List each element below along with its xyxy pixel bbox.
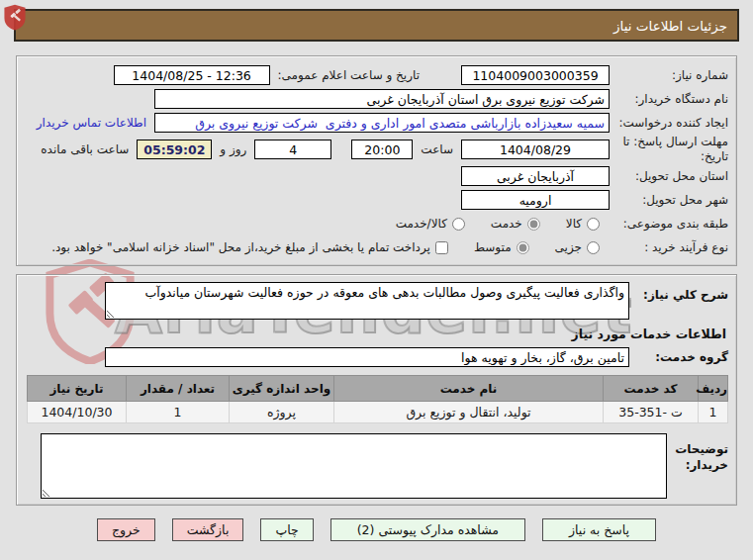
- col-unit: واحد اندازه گیری: [230, 376, 334, 402]
- deadline-time-label: ساعت: [421, 142, 453, 156]
- province-input[interactable]: [461, 166, 610, 186]
- publish-datetime-label: تاریخ و ساعت اعلام عمومی:: [278, 68, 420, 82]
- service-radio-label: خدمت: [491, 217, 522, 231]
- back-button[interactable]: بازگشت: [172, 518, 244, 541]
- category-row: طبقه بندی موضوعی: کالا خدمت کالا/خدمت: [25, 212, 728, 235]
- province-label: استان محل تحویل:: [610, 169, 728, 184]
- goods-service-radio-label: کالا/خدمت: [396, 217, 447, 231]
- respond-to-need-button[interactable]: پاسخ به نیاز: [542, 518, 656, 541]
- exit-button[interactable]: خروج: [97, 518, 155, 541]
- service-radio[interactable]: [527, 218, 540, 231]
- medium-radio-label: متوسط: [474, 240, 512, 254]
- cell-need-date: 1404/10/30: [28, 402, 127, 423]
- col-service-code: کد خدمت: [604, 376, 699, 402]
- services-section-title: اطلاعات خدمات مورد نیاز: [25, 327, 726, 341]
- need-number-row: شماره نیاز: تاریخ و ساعت اعلام عمومی:: [25, 63, 728, 87]
- remaining-days-label: روز و: [220, 142, 246, 156]
- need-description-textarea[interactable]: واگذاری فعالیت پیگیری وصول مطالبات بدهی …: [105, 282, 629, 320]
- buyer-notes-textarea[interactable]: [41, 433, 667, 499]
- services-info-panel: شرح کلي نیاز: واگذاری فعالیت پیگیری وصول…: [16, 274, 737, 506]
- need-description-row: شرح کلي نیاز: واگذاری فعالیت پیگیری وصول…: [25, 282, 728, 320]
- minor-radio[interactable]: [587, 241, 600, 254]
- treasury-checkbox[interactable]: [435, 241, 448, 254]
- purchase-type-option-medium[interactable]: متوسط: [474, 240, 529, 254]
- minor-radio-label: جزیی: [555, 240, 582, 254]
- request-creator-input[interactable]: [154, 113, 610, 133]
- purchase-type-label: نوع فرآیند خرید :: [610, 240, 728, 255]
- cell-service-name: تولید، انتقال و توزیع برق: [334, 402, 604, 423]
- countdown-label: ساعت باقی مانده: [41, 142, 129, 156]
- col-quantity: تعداد / مقدار: [127, 376, 230, 402]
- site-logo-icon: [4, 4, 26, 31]
- cell-unit: پروژه: [230, 402, 334, 423]
- buyer-contact-link[interactable]: اطلاعات تماس خریدار: [37, 116, 146, 130]
- page-title-bar: جزئیات اطلاعات نیاز: [14, 9, 739, 42]
- buyer-org-input[interactable]: [154, 89, 610, 109]
- category-option-service[interactable]: خدمت: [491, 217, 540, 231]
- print-button[interactable]: چاپ: [260, 518, 313, 541]
- remaining-days-input[interactable]: [254, 140, 331, 159]
- goods-service-radio[interactable]: [452, 218, 465, 231]
- publish-datetime-input[interactable]: [114, 65, 270, 85]
- city-input[interactable]: [461, 190, 610, 210]
- need-description-label: شرح کلي نیاز:: [629, 282, 728, 302]
- request-creator-label: ایجاد کننده درخواست:: [610, 116, 728, 131]
- buyer-notes-label: توضیحات خریدار:: [667, 433, 728, 473]
- cell-service-code: ت -351-35: [604, 402, 699, 423]
- service-table-row: 1 ت -351-35 تولید، انتقال و توزیع برق پر…: [28, 402, 728, 423]
- city-label: شهر محل تحویل:: [610, 193, 728, 208]
- cell-row-number: 1: [699, 402, 728, 423]
- request-creator-row: ایجاد کننده درخواست: اطلاعات تماس خریدار: [25, 111, 728, 135]
- purchase-type-option-minor[interactable]: جزیی: [555, 240, 600, 254]
- service-group-input[interactable]: [105, 347, 629, 367]
- countdown-timer: [137, 140, 212, 159]
- buyer-org-label: نام دستگاه خریدار:: [610, 92, 728, 107]
- city-row: شهر محل تحویل:: [25, 188, 728, 212]
- category-option-goods[interactable]: کالا: [566, 217, 600, 231]
- deadline-label: مهلت ارسال پاسخ: تا تاریخ:: [610, 135, 728, 164]
- deadline-row: مهلت ارسال پاسخ: تا تاریخ: ساعت روز و سا…: [25, 135, 728, 164]
- action-button-bar: پاسخ به نیاز مشاهده مدارک پیوستی (2) چاپ…: [0, 518, 753, 541]
- need-details-page: { "colors": { "titlebar_bg": "#8d6b40", …: [0, 0, 753, 560]
- buyer-org-row: نام دستگاه خریدار:: [25, 87, 728, 111]
- need-number-input[interactable]: [461, 65, 610, 85]
- category-option-goods-service[interactable]: کالا/خدمت: [396, 217, 465, 231]
- page-title: جزئیات اطلاعات نیاز: [613, 18, 727, 34]
- deadline-date-input[interactable]: [461, 140, 610, 159]
- purchase-type-row: نوع فرآیند خرید : جزیی متوسط پرداخت تمام…: [25, 235, 728, 259]
- province-row: استان محل تحویل:: [25, 164, 728, 188]
- service-group-row: گروه خدمت:: [25, 347, 728, 367]
- treasury-payment-option[interactable]: پرداخت تمام یا بخشی از مبلغ خرید،از محل …: [51, 240, 448, 254]
- col-service-name: نام خدمت: [334, 376, 604, 402]
- goods-radio[interactable]: [587, 218, 600, 231]
- service-group-label: گروه خدمت:: [629, 350, 728, 364]
- col-need-date: تاریخ نیاز: [28, 376, 127, 402]
- buyer-notes-row: توضیحات خریدار:: [25, 433, 728, 499]
- services-table-header-row: ردیف کد خدمت نام خدمت واحد اندازه گیری ت…: [28, 376, 728, 402]
- cell-quantity: 1: [127, 402, 230, 423]
- treasury-checkbox-label: پرداخت تمام یا بخشی از مبلغ خرید،از محل …: [51, 240, 430, 254]
- deadline-time-input[interactable]: [351, 140, 413, 159]
- medium-radio[interactable]: [517, 241, 529, 254]
- services-table: ردیف کد خدمت نام خدمت واحد اندازه گیری ت…: [27, 375, 728, 423]
- need-number-label: شماره نیاز:: [610, 68, 728, 83]
- col-row-number: ردیف: [699, 376, 728, 402]
- view-attachments-button[interactable]: مشاهده مدارک پیوستی (2): [330, 518, 525, 541]
- general-info-panel: شماره نیاز: تاریخ و ساعت اعلام عمومی: نا…: [16, 55, 737, 266]
- goods-radio-label: کالا: [566, 217, 582, 231]
- category-label: طبقه بندی موضوعی:: [610, 217, 728, 232]
